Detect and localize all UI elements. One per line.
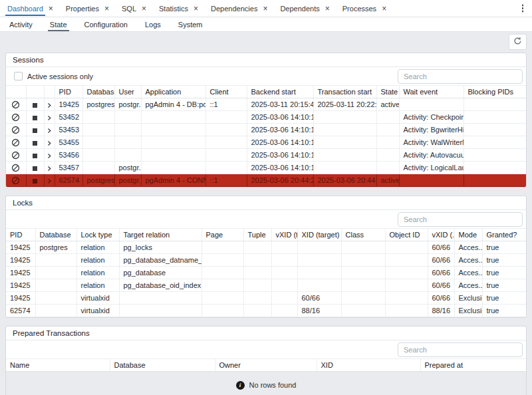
column-header-tuple[interactable]: Tuple [243,229,271,241]
subtab-system[interactable]: System [178,17,203,31]
column-header-vxid-t[interactable]: vXID (t... [271,229,297,241]
chevron-right-icon[interactable] [47,126,52,134]
row-action-cell[interactable] [6,174,26,187]
column-header-vxid[interactable]: vXID (... [428,229,454,241]
row-action-cell[interactable] [6,149,26,162]
table-row[interactable]: 19425virtualxid60/6660/66Exclusi...true [6,292,527,305]
column-header-page[interactable]: Page [201,229,243,241]
column-header-blocking-pids[interactable]: Blocking PIDs [464,86,527,98]
column-header-owner[interactable]: Owner [215,359,317,372]
subtab-activity[interactable]: Activity [9,17,33,31]
table-row[interactable]: 62574virtualxid88/1688/16Exclusi...true [6,305,527,317]
table-row[interactable]: 19425relationpg_database_oid_index60/66A… [6,279,527,292]
column-header-pid[interactable]: PID [6,229,35,241]
cancel-icon[interactable] [11,138,20,146]
cancel-icon[interactable] [11,176,20,184]
tab-dependents[interactable]: Dependents× [279,0,330,17]
tab-close-icon[interactable]: × [141,5,147,13]
column-header-application[interactable]: Application [141,86,205,98]
stop-icon[interactable] [33,176,37,184]
column-header-object-id[interactable]: Object ID [385,229,428,241]
cancel-icon[interactable] [11,150,20,158]
stop-icon[interactable] [33,126,37,134]
row-action-cell[interactable] [26,149,44,162]
column-header-backend-start[interactable]: Backend start [247,86,313,98]
chevron-right-icon[interactable] [47,113,52,121]
stop-icon[interactable] [33,113,37,121]
row-action-cell[interactable] [26,98,44,111]
tab-close-icon[interactable]: × [193,5,199,13]
column-header-target-relation[interactable]: Target relation [119,229,201,241]
table-row[interactable]: 534562025-03-06 14:10:11 ...Activity: Au… [6,149,527,162]
subtab-state[interactable]: State [50,17,67,31]
column-header-action[interactable] [6,86,26,98]
subtab-logs[interactable]: Logs [145,17,161,31]
tab-close-icon[interactable]: × [104,5,110,13]
row-action-cell[interactable] [6,162,26,174]
subtab-configuration[interactable]: Configuration [84,17,128,31]
table-row[interactable]: 53457postgr...2025-03-06 14:10:11 ...Act… [6,162,527,174]
tab-close-icon[interactable]: × [325,5,331,13]
stop-icon[interactable] [33,151,37,159]
cancel-icon[interactable] [11,100,20,108]
chevron-right-icon[interactable] [47,151,52,159]
row-action-cell[interactable] [44,98,55,111]
column-header-action[interactable] [44,86,55,98]
column-header-transaction-start[interactable]: Transaction start [313,86,376,98]
stop-icon[interactable] [33,100,37,108]
column-header-granted[interactable]: Granted? [482,229,527,241]
row-action-cell[interactable] [6,136,26,149]
row-action-cell[interactable] [26,111,44,124]
column-header-database[interactable]: Database [35,229,76,241]
column-header-user[interactable]: User [114,86,141,98]
stop-icon[interactable] [33,164,37,172]
tab-close-icon[interactable]: × [262,5,268,13]
column-header-database[interactable]: Database [82,86,114,98]
chevron-right-icon[interactable] [47,138,52,146]
active-sessions-checkbox[interactable]: Active sessions only [9,72,93,80]
prepared-search-input[interactable] [398,342,523,357]
cancel-icon[interactable] [11,125,20,133]
chevron-right-icon[interactable] [47,176,52,184]
tab-sql[interactable]: SQL× [121,0,147,17]
tab-properties[interactable]: Properties× [65,0,110,17]
column-header-name[interactable]: Name [6,359,110,372]
tab-statistics[interactable]: Statistics× [158,0,199,17]
row-action-cell[interactable] [44,111,55,124]
row-action-cell[interactable] [44,124,55,136]
table-row[interactable]: 534552025-03-06 14:10:11 ...Activity: Wa… [6,136,527,149]
chevron-right-icon[interactable] [47,100,52,108]
column-header-database[interactable]: Database [110,359,215,372]
tab-close-icon[interactable]: × [48,5,54,13]
kebab-menu-icon[interactable] [520,0,526,17]
column-header-prepared-at[interactable]: Prepared at [420,359,527,372]
tab-close-icon[interactable]: × [381,5,387,13]
row-action-cell[interactable] [26,174,44,187]
row-action-cell[interactable] [26,124,44,136]
table-row[interactable]: 19425relationpg_database60/66Acces...tru… [6,267,527,279]
column-header-client[interactable]: Client [205,86,247,98]
column-header-xid-target[interactable]: XID (target) [297,229,341,241]
column-header-pid[interactable]: PID [55,86,82,98]
column-header-xid[interactable]: XID [317,359,420,372]
row-action-cell[interactable] [26,136,44,149]
locks-search-input[interactable] [398,212,523,227]
column-header-lock-type[interactable]: Lock type [76,229,119,241]
row-action-cell[interactable] [6,111,26,124]
column-header-action[interactable] [26,86,44,98]
table-row[interactable]: 534532025-03-06 14:10:11 ...Activity: Bg… [6,124,527,136]
table-row[interactable]: 19425postgresrelationpg_locks60/66Acces.… [6,241,527,254]
tab-processes[interactable]: Processes× [342,0,387,17]
stop-icon[interactable] [33,138,37,146]
row-action-cell[interactable] [44,136,55,149]
column-header-class[interactable]: Class [341,229,385,241]
row-action-cell[interactable] [6,98,26,111]
table-row[interactable]: 62574postgrespostgr...pgAdmin 4 - CONN:6… [6,174,527,187]
cancel-icon[interactable] [11,163,20,171]
row-action-cell[interactable] [6,124,26,136]
tab-dependencies[interactable]: Dependencies× [210,0,268,17]
table-row[interactable]: 19425relationpg_database_datname_ind...6… [6,254,527,267]
column-header-state[interactable]: State [376,86,399,98]
table-row[interactable]: 19425postgrespostgr...pgAdmin 4 - DB:pos… [6,98,527,111]
sessions-search-input[interactable] [398,69,523,84]
